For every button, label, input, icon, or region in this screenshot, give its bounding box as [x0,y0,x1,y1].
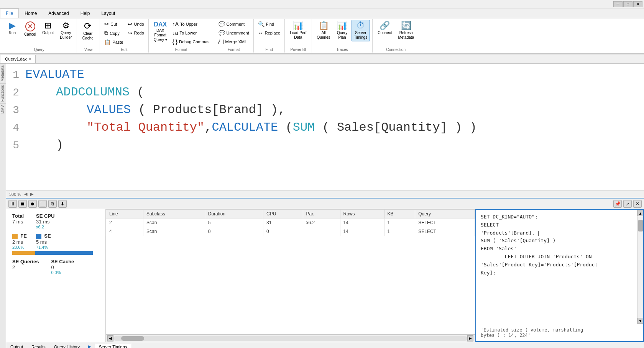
qd-line-7: 'Sales'[Product Key]='Products'[Product [481,261,632,269]
sidebar-dmv[interactable]: DMV [0,103,6,115]
connect-button[interactable]: 🔗 Connect [375,20,394,37]
pin-button[interactable]: 📌 [613,200,622,208]
tab-help[interactable]: Help [75,8,96,18]
cell-line-2: 4 [106,227,143,236]
cut-icon: ✂ [104,21,109,27]
table-row-2[interactable]: 4 Scan 0 0 14 1 SELECT [106,227,475,236]
uncomment-button[interactable]: 💬 Uncomment [217,29,251,37]
query-plan-button[interactable]: 📊 QueryPlan [334,20,351,41]
tab-results[interactable]: Results [27,343,50,348]
se-cache-value: 0 [51,264,74,270]
dax-format-button[interactable]: DAX DAXFormatQuery ▾ [151,20,170,44]
col-subclass: Subclass [143,210,205,218]
output-button[interactable]: ⊞ Output [39,20,56,37]
redo-button[interactable]: ↪ Redo [126,29,146,37]
stop-button[interactable]: ⏹ [18,200,27,208]
editor-statusbar: 300 % ◀ ▶ [6,190,644,198]
col-duration: Duration [205,210,263,218]
cancel-button[interactable]: ✕ Cancel [21,20,39,38]
qd-line-4: SUM ( 'Sales'[Quantity] ) [481,237,632,245]
pause-button[interactable]: ⏸ [8,200,17,208]
comment-button[interactable]: 💬 Comment [217,20,251,28]
cell-query-2: SELECT [415,227,475,236]
cut-button[interactable]: ✂ Cut [102,20,125,28]
close-button[interactable]: ✕ [633,1,642,7]
run-label: Run [9,31,16,35]
tab-output[interactable]: Output [6,343,27,348]
code-sum: SUM [293,120,315,135]
scroll-right-arrow[interactable]: ▶ [467,335,473,341]
find-button[interactable]: 🔍 Find [256,20,282,28]
cell-kb-1: 1 [384,218,415,227]
query-plan-label: QueryPlan [337,31,347,40]
cell-rows-2: 14 [340,227,384,236]
merge-xml-button[interactable]: ⛙ Merge XML [217,38,251,46]
load-perf-button[interactable]: 📊 Load PerfData [287,20,309,41]
to-upper-button[interactable]: ↑A To Upper [171,20,212,28]
doc-tab-query1[interactable]: Query1.dax ✕ [1,55,36,63]
run-icon: ▶ [9,21,16,30]
query-plan-icon: 📊 [337,21,347,30]
qd-line-6: LEFT OUTER JOIN 'Products' ON [481,253,632,261]
scroll-thumb[interactable] [121,336,144,341]
all-queries-button[interactable]: 📋 AllQueries [314,20,333,41]
tab-advanced[interactable]: Advanced [43,8,74,18]
code-editor[interactable]: 1 EVALUATE 2 ADDCOLUMNS ( 3 VALUES ( Pro… [6,64,644,190]
qd-scroll-up[interactable]: ▲ [637,210,643,216]
tab-query-history[interactable]: Query History [50,343,84,348]
horizontal-scrollbar[interactable]: ◀ ▶ [106,334,475,342]
query-builder-icon: ⚙ [62,21,70,30]
qd-scroll-down[interactable]: ▼ [637,318,643,324]
find-group-label: Find [256,46,282,52]
copy-button[interactable]: ⧉ Copy [102,29,125,38]
minimize-button[interactable]: ─ [613,1,623,7]
paste-button[interactable]: 📋 Paste [102,38,125,46]
sidebar-functions[interactable]: Functions [0,83,6,103]
col-query: Query [415,210,475,218]
output-label: Output [42,31,54,35]
scroll-track[interactable] [113,336,467,341]
doc-tab-close[interactable]: ✕ [28,57,31,61]
record-button[interactable]: ⏺ [28,200,37,208]
to-lower-button[interactable]: ↓a To Lower [171,29,212,37]
sidebar-metadata[interactable]: Metadata [0,64,6,83]
refresh-metadata-button[interactable]: 🔄 RefreshMetadata [395,20,417,41]
query-builder-button[interactable]: ⚙ QueryBuilder [57,20,74,41]
export-button[interactable]: ⬇ [58,200,67,208]
undo-button[interactable]: ↩ Undo [126,20,146,28]
scroll-left-arrow[interactable]: ◀ [107,335,113,341]
copy-button-bottom[interactable]: ⧉ [48,200,57,208]
clear-button[interactable]: ⬜ [38,200,47,208]
table-scroll[interactable]: Line Subclass Duration CPU Par. Rows KB … [106,209,475,334]
query-detail-inner: SET DC_KIND="AUTO"; SELECT 'Products'[Br… [476,210,643,324]
ribbon-group-dax-format: DAX DAXFormatQuery ▾ ↑A To Upper ↓a To L… [149,19,214,53]
clear-cache-button[interactable]: ⟳ ClearCache [79,20,96,42]
se-queries-label: SE Queries [12,259,39,264]
query-detail-footer: 'Estimated size ( volume, marshallingbyt… [476,324,643,341]
tab-home[interactable]: Home [19,8,43,18]
qd-scroll-track[interactable] [637,216,643,318]
replace-button[interactable]: ↔ Replace [256,29,282,37]
traces-group-label: Traces [314,46,370,52]
run-button[interactable]: ▶ Run [4,20,21,37]
se-cache-pct: 0.0% [51,270,74,275]
query-detail-scrollbar[interactable]: ▲ ▼ [637,210,643,324]
tab-server-timings[interactable]: Server Timings [95,343,131,348]
query-detail-text[interactable]: SET DC_KIND="AUTO"; SELECT 'Products'[Br… [476,210,637,324]
se-pct: 71.4% [36,245,51,250]
fe-color-icon [12,234,18,239]
maximize-button[interactable]: □ [623,1,632,7]
editor-area: 1 EVALUATE 2 ADDCOLUMNS ( 3 VALUES ( Pro… [6,64,644,348]
debug-commas-button[interactable]: { } Debug Commas [171,38,212,46]
panel-close-button[interactable]: ✕ [633,200,642,208]
table-row-1[interactable]: 2 Scan 5 31 x6.2 14 1 SELECT [106,218,475,227]
float-button[interactable]: ↗ [623,200,632,208]
cell-subclass-2: Scan [143,227,205,236]
tab-file[interactable]: File [0,8,19,18]
progress-bar [12,251,93,255]
col-rows: Rows [340,210,384,218]
connection-group-label: Connection [375,46,417,52]
tab-layout[interactable]: Layout [95,8,121,18]
qd-scroll-thumb[interactable] [638,220,643,231]
server-timings-button[interactable]: ⏱ ServerTimings [352,20,370,41]
